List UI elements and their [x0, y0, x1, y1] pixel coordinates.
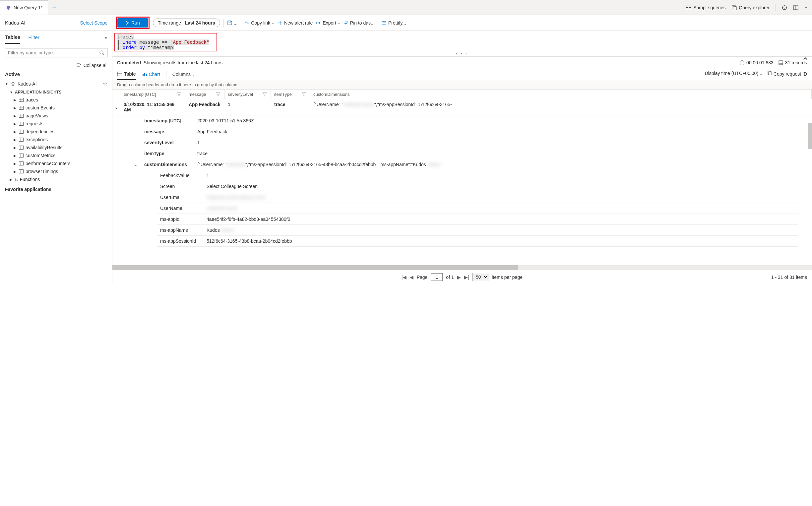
col-header-timestamp[interactable]: timestamp [UTC]: [120, 90, 185, 99]
col-header-itemtype[interactable]: itemType: [271, 90, 310, 99]
results-drag-handle[interactable]: • • •: [112, 52, 812, 56]
tree-category[interactable]: ▼ APPLICATION INSIGHTS: [4, 89, 109, 96]
gear-icon[interactable]: [782, 5, 787, 10]
tree-leaf-customEvents[interactable]: ▶customEvents: [4, 104, 109, 112]
horizontal-scrollbar[interactable]: [112, 265, 812, 270]
collapse-sidebar-icon[interactable]: «: [105, 35, 107, 44]
expand-nested-icon[interactable]: ⌄: [130, 159, 141, 170]
group-hint[interactable]: Drag a column header and drop it here to…: [112, 80, 812, 90]
run-button[interactable]: Run: [117, 18, 148, 27]
tree-leaf-exceptions[interactable]: ▶exceptions: [4, 136, 109, 144]
select-scope-link[interactable]: Select Scope: [80, 20, 108, 25]
results-tab-table[interactable]: Table: [117, 69, 136, 80]
filter-icon[interactable]: [301, 91, 306, 97]
tree-leaf-traces[interactable]: ▶traces: [4, 96, 109, 104]
export-label: Export: [323, 20, 336, 25]
pager-next-button[interactable]: ▶: [457, 274, 461, 280]
col-header-severity[interactable]: severityLevel: [224, 90, 271, 99]
svg-point-22: [100, 51, 103, 54]
new-alert-button[interactable]: New alert rule: [277, 20, 313, 25]
pager-prev-button[interactable]: ◀: [410, 274, 414, 280]
table-icon: [19, 130, 23, 134]
svg-rect-2: [686, 6, 688, 6]
chart-icon: [142, 72, 147, 77]
columns-button[interactable]: Columns ⌄: [172, 69, 195, 80]
svg-rect-36: [117, 72, 122, 76]
collapse-all-button[interactable]: Collapse all: [0, 61, 112, 69]
copy-request-button[interactable]: Copy request ID: [767, 70, 807, 77]
explorer-icon: [732, 5, 737, 10]
tree-leaf-performanceCounters[interactable]: ▶performanceCounters: [4, 160, 109, 167]
tree-functions[interactable]: ▶ fx Functions: [4, 175, 109, 183]
query-editor[interactable]: traces | where message == "App Feedback"…: [114, 33, 217, 52]
svg-rect-40: [144, 73, 145, 76]
tree-leaf-dependencies[interactable]: ▶dependencies: [4, 128, 109, 136]
sidebar-search[interactable]: [5, 48, 107, 57]
expand-row-icon[interactable]: ⌄: [112, 99, 120, 115]
query-line-1: traces: [117, 34, 134, 39]
pager-range-label: 1 - 31 of 31 items: [771, 274, 807, 280]
table-icon: [19, 138, 23, 142]
results-tab-chart[interactable]: Chart: [142, 69, 160, 80]
chevron-down-icon: ⌄: [759, 72, 762, 76]
save-more: ...: [234, 20, 238, 25]
pager-last-button[interactable]: ▶|: [464, 274, 469, 280]
svg-rect-1: [8, 9, 9, 10]
clock-icon: [739, 60, 745, 65]
link-icon: [244, 20, 250, 25]
prettify-button[interactable]: Prettify...: [382, 20, 406, 25]
display-time-button[interactable]: Display time (UTC+00:00) ⌄: [705, 71, 762, 76]
caret-right-icon: ▶: [14, 146, 17, 150]
col-header-message[interactable]: message: [185, 90, 224, 99]
svg-rect-41: [146, 74, 147, 76]
list-icon: [686, 5, 691, 10]
pin-button[interactable]: Pin to das...: [344, 20, 375, 25]
save-button[interactable]: ...: [227, 20, 238, 25]
tree-leaf-customMetrics[interactable]: ▶customMetrics: [4, 152, 109, 160]
tree-leaf-requests[interactable]: ▶requests: [4, 120, 109, 128]
tree-root-node[interactable]: ▼ Kudos-AI ☆: [4, 79, 109, 89]
detail-value: 2020-03-10T11:51:55.366Z: [194, 115, 812, 126]
query-explorer-button[interactable]: Query explorer: [732, 5, 770, 10]
time-range-pill[interactable]: Time range : Last 24 hours: [153, 18, 220, 27]
tree-category-label: APPLICATION INSIGHTS: [15, 90, 61, 94]
chevron-down-icon[interactable]: ▼: [804, 6, 808, 9]
pager-size-select[interactable]: 50: [472, 273, 488, 281]
tree-leaf-pageViews[interactable]: ▶pageViews: [4, 112, 109, 120]
pager-page-input[interactable]: [431, 273, 443, 281]
add-tab-button[interactable]: +: [48, 4, 60, 11]
caret-right-icon: ▶: [14, 106, 17, 110]
query-tab[interactable]: New Query 1*: [0, 0, 48, 15]
collapse-results-icon[interactable]: [803, 56, 808, 61]
star-icon[interactable]: ☆: [103, 81, 107, 87]
tree-leaf-availabilityResults[interactable]: ▶availabilityResults: [4, 144, 109, 152]
table-icon: [117, 71, 122, 77]
filter-icon[interactable]: [215, 91, 221, 97]
pin-label: Pin to das...: [350, 20, 375, 25]
sample-queries-button[interactable]: Sample queries: [686, 5, 725, 10]
search-input[interactable]: [8, 50, 99, 55]
export-button[interactable]: Export ⌄: [316, 20, 340, 25]
table-row[interactable]: ⌄ 3/10/2020, 11:51:55.366 AM App Feedbac…: [112, 99, 812, 115]
duration-stat: 00:00:01.883: [739, 60, 774, 65]
pin-icon: [344, 20, 349, 25]
svg-rect-5: [689, 7, 691, 8]
tab-tables[interactable]: Tables: [5, 34, 20, 44]
fx-icon: fx: [15, 177, 18, 182]
lightbulb-icon: [6, 5, 11, 10]
tree-leaf-browserTimings[interactable]: ▶browserTimings: [4, 167, 109, 175]
tab-filter[interactable]: Filter: [28, 34, 39, 44]
svg-rect-7: [689, 9, 691, 9]
table-icon: [19, 98, 23, 102]
panel-icon[interactable]: [793, 5, 798, 10]
chevron-down-icon: ⌄: [272, 21, 274, 24]
filter-icon[interactable]: [262, 91, 267, 97]
copy-link-button[interactable]: Copy link ⌄: [244, 20, 274, 25]
vertical-scrollbar[interactable]: [808, 123, 812, 149]
pager-first-button[interactable]: |◀: [401, 274, 407, 280]
filter-icon[interactable]: [176, 91, 182, 97]
col-header-customdimensions[interactable]: customDimensions: [310, 90, 812, 99]
table-icon: [19, 169, 23, 173]
records-icon: [778, 60, 784, 65]
sample-queries-label: Sample queries: [693, 5, 725, 10]
